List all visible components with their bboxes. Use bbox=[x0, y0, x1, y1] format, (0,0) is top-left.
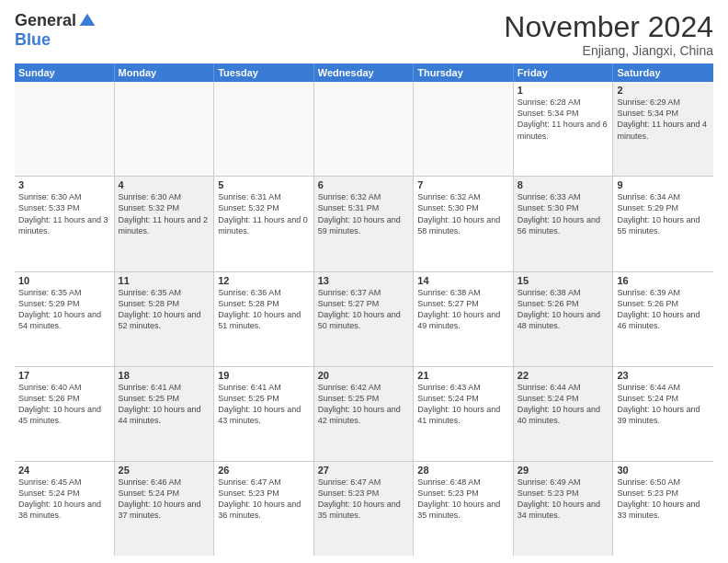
day-info: Sunrise: 6:30 AM Sunset: 5:33 PM Dayligh… bbox=[18, 192, 108, 235]
empty-cell-0-2 bbox=[214, 82, 314, 176]
day-info: Sunrise: 6:38 AM Sunset: 5:27 PM Dayligh… bbox=[417, 288, 500, 330]
calendar-row-3: 17Sunrise: 6:40 AM Sunset: 5:26 PM Dayli… bbox=[15, 367, 713, 462]
logo-icon bbox=[78, 12, 97, 30]
day-cell-15: 15Sunrise: 6:38 AM Sunset: 5:26 PM Dayli… bbox=[514, 272, 614, 366]
day-info: Sunrise: 6:29 AM Sunset: 5:34 PM Dayligh… bbox=[617, 98, 707, 140]
day-info: Sunrise: 6:42 AM Sunset: 5:25 PM Dayligh… bbox=[318, 383, 401, 425]
month-title: November 2024 bbox=[504, 11, 713, 43]
day-info: Sunrise: 6:49 AM Sunset: 5:23 PM Dayligh… bbox=[518, 477, 600, 520]
day-number: 28 bbox=[417, 465, 509, 476]
empty-cell-0-0 bbox=[15, 82, 115, 176]
day-info: Sunrise: 6:46 AM Sunset: 5:24 PM Dayligh… bbox=[119, 477, 201, 520]
day-cell-5: 5Sunrise: 6:31 AM Sunset: 5:32 PM Daylig… bbox=[214, 177, 314, 270]
day-number: 7 bbox=[417, 179, 509, 190]
page-header: General Blue November 2024 Enjiang, Jian… bbox=[15, 11, 713, 58]
day-cell-14: 14Sunrise: 6:38 AM Sunset: 5:27 PM Dayli… bbox=[414, 272, 514, 366]
day-number: 27 bbox=[318, 465, 410, 476]
day-cell-11: 11Sunrise: 6:35 AM Sunset: 5:28 PM Dayli… bbox=[115, 272, 215, 366]
day-cell-21: 21Sunrise: 6:43 AM Sunset: 5:24 PM Dayli… bbox=[414, 367, 514, 461]
logo-blue: Blue bbox=[15, 30, 51, 50]
day-info: Sunrise: 6:35 AM Sunset: 5:29 PM Dayligh… bbox=[18, 288, 101, 330]
day-cell-2: 2Sunrise: 6:29 AM Sunset: 5:34 PM Daylig… bbox=[613, 82, 713, 176]
day-info: Sunrise: 6:37 AM Sunset: 5:27 PM Dayligh… bbox=[318, 288, 401, 330]
day-cell-13: 13Sunrise: 6:37 AM Sunset: 5:27 PM Dayli… bbox=[314, 272, 415, 366]
day-cell-9: 9Sunrise: 6:34 AM Sunset: 5:29 PM Daylig… bbox=[613, 177, 713, 270]
day-number: 1 bbox=[518, 85, 609, 96]
day-cell-4: 4Sunrise: 6:30 AM Sunset: 5:32 PM Daylig… bbox=[115, 177, 215, 270]
calendar-row-2: 10Sunrise: 6:35 AM Sunset: 5:29 PM Dayli… bbox=[15, 272, 713, 367]
day-number: 8 bbox=[518, 179, 609, 190]
day-number: 22 bbox=[518, 370, 609, 381]
day-info: Sunrise: 6:32 AM Sunset: 5:30 PM Dayligh… bbox=[417, 192, 500, 235]
day-info: Sunrise: 6:40 AM Sunset: 5:26 PM Dayligh… bbox=[18, 383, 101, 425]
day-number: 18 bbox=[119, 370, 210, 381]
day-cell-26: 26Sunrise: 6:47 AM Sunset: 5:23 PM Dayli… bbox=[214, 462, 314, 556]
day-number: 24 bbox=[18, 465, 110, 476]
day-cell-3: 3Sunrise: 6:30 AM Sunset: 5:33 PM Daylig… bbox=[15, 177, 115, 270]
day-cell-10: 10Sunrise: 6:35 AM Sunset: 5:29 PM Dayli… bbox=[15, 272, 115, 366]
day-info: Sunrise: 6:39 AM Sunset: 5:26 PM Dayligh… bbox=[617, 288, 700, 330]
empty-cell-0-3 bbox=[314, 82, 415, 176]
title-block: November 2024 Enjiang, Jiangxi, China bbox=[504, 11, 713, 58]
day-number: 16 bbox=[617, 275, 710, 286]
day-cell-28: 28Sunrise: 6:48 AM Sunset: 5:23 PM Dayli… bbox=[414, 462, 514, 556]
calendar-row-4: 24Sunrise: 6:45 AM Sunset: 5:24 PM Dayli… bbox=[15, 462, 713, 556]
day-info: Sunrise: 6:28 AM Sunset: 5:34 PM Dayligh… bbox=[518, 98, 608, 140]
day-number: 26 bbox=[218, 465, 310, 476]
day-cell-18: 18Sunrise: 6:41 AM Sunset: 5:25 PM Dayli… bbox=[115, 367, 215, 461]
calendar-row-0: 1Sunrise: 6:28 AM Sunset: 5:34 PM Daylig… bbox=[15, 82, 713, 177]
day-cell-30: 30Sunrise: 6:50 AM Sunset: 5:23 PM Dayli… bbox=[613, 462, 713, 556]
day-info: Sunrise: 6:38 AM Sunset: 5:26 PM Dayligh… bbox=[518, 288, 600, 330]
day-info: Sunrise: 6:34 AM Sunset: 5:29 PM Dayligh… bbox=[617, 192, 700, 235]
day-info: Sunrise: 6:41 AM Sunset: 5:25 PM Dayligh… bbox=[218, 383, 301, 425]
day-cell-19: 19Sunrise: 6:41 AM Sunset: 5:25 PM Dayli… bbox=[214, 367, 314, 461]
day-info: Sunrise: 6:43 AM Sunset: 5:24 PM Dayligh… bbox=[417, 383, 500, 425]
logo-general: General bbox=[15, 11, 76, 30]
day-number: 21 bbox=[417, 370, 509, 381]
header-day-saturday: Saturday bbox=[613, 63, 713, 82]
day-info: Sunrise: 6:32 AM Sunset: 5:31 PM Dayligh… bbox=[318, 192, 401, 235]
header-day-tuesday: Tuesday bbox=[214, 63, 314, 82]
calendar-header: SundayMondayTuesdayWednesdayThursdayFrid… bbox=[15, 63, 713, 82]
empty-cell-0-4 bbox=[414, 82, 514, 176]
location: Enjiang, Jiangxi, China bbox=[504, 43, 713, 58]
day-number: 29 bbox=[518, 465, 609, 476]
day-info: Sunrise: 6:44 AM Sunset: 5:24 PM Dayligh… bbox=[617, 383, 700, 425]
calendar-row-1: 3Sunrise: 6:30 AM Sunset: 5:33 PM Daylig… bbox=[15, 177, 713, 271]
day-info: Sunrise: 6:33 AM Sunset: 5:30 PM Dayligh… bbox=[518, 192, 600, 235]
day-info: Sunrise: 6:47 AM Sunset: 5:23 PM Dayligh… bbox=[318, 477, 401, 520]
day-number: 14 bbox=[417, 275, 509, 286]
header-day-sunday: Sunday bbox=[15, 63, 115, 82]
header-day-monday: Monday bbox=[115, 63, 215, 82]
day-cell-12: 12Sunrise: 6:36 AM Sunset: 5:28 PM Dayli… bbox=[214, 272, 314, 366]
day-cell-7: 7Sunrise: 6:32 AM Sunset: 5:30 PM Daylig… bbox=[414, 177, 514, 270]
day-cell-25: 25Sunrise: 6:46 AM Sunset: 5:24 PM Dayli… bbox=[115, 462, 215, 556]
day-number: 23 bbox=[617, 370, 710, 381]
day-cell-23: 23Sunrise: 6:44 AM Sunset: 5:24 PM Dayli… bbox=[613, 367, 713, 461]
day-number: 6 bbox=[318, 179, 410, 190]
svg-marker-0 bbox=[80, 13, 96, 25]
day-cell-6: 6Sunrise: 6:32 AM Sunset: 5:31 PM Daylig… bbox=[314, 177, 415, 270]
day-cell-8: 8Sunrise: 6:33 AM Sunset: 5:30 PM Daylig… bbox=[514, 177, 614, 270]
calendar-body: 1Sunrise: 6:28 AM Sunset: 5:34 PM Daylig… bbox=[15, 82, 713, 556]
day-number: 17 bbox=[18, 370, 110, 381]
day-number: 13 bbox=[318, 275, 410, 286]
day-cell-16: 16Sunrise: 6:39 AM Sunset: 5:26 PM Dayli… bbox=[613, 272, 713, 366]
calendar: SundayMondayTuesdayWednesdayThursdayFrid… bbox=[15, 63, 713, 556]
day-cell-17: 17Sunrise: 6:40 AM Sunset: 5:26 PM Dayli… bbox=[15, 367, 115, 461]
day-number: 3 bbox=[18, 179, 110, 190]
header-day-thursday: Thursday bbox=[414, 63, 514, 82]
day-info: Sunrise: 6:31 AM Sunset: 5:32 PM Dayligh… bbox=[218, 192, 308, 235]
day-cell-20: 20Sunrise: 6:42 AM Sunset: 5:25 PM Dayli… bbox=[314, 367, 415, 461]
header-day-wednesday: Wednesday bbox=[314, 63, 415, 82]
day-info: Sunrise: 6:48 AM Sunset: 5:23 PM Dayligh… bbox=[417, 477, 500, 520]
day-number: 30 bbox=[617, 465, 710, 476]
day-info: Sunrise: 6:44 AM Sunset: 5:24 PM Dayligh… bbox=[518, 383, 600, 425]
day-info: Sunrise: 6:45 AM Sunset: 5:24 PM Dayligh… bbox=[18, 477, 101, 520]
empty-cell-0-1 bbox=[115, 82, 215, 176]
day-info: Sunrise: 6:30 AM Sunset: 5:32 PM Dayligh… bbox=[119, 192, 209, 235]
day-info: Sunrise: 6:41 AM Sunset: 5:25 PM Dayligh… bbox=[119, 383, 201, 425]
day-info: Sunrise: 6:35 AM Sunset: 5:28 PM Dayligh… bbox=[119, 288, 201, 330]
day-number: 25 bbox=[119, 465, 210, 476]
day-info: Sunrise: 6:36 AM Sunset: 5:28 PM Dayligh… bbox=[218, 288, 301, 330]
